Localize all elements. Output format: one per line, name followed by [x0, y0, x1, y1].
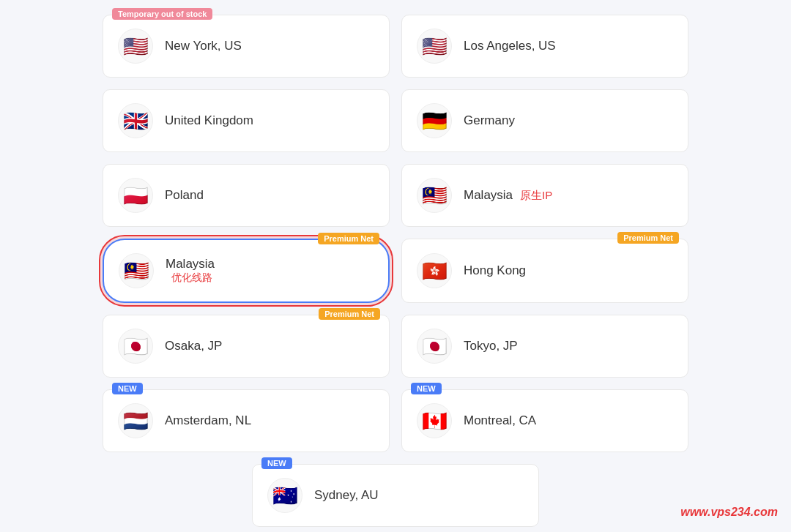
flag-germany: 🇩🇪: [417, 103, 452, 138]
badge-premium: Premium Net: [319, 308, 380, 320]
location-name-malaysia-premium: Malaysia: [166, 257, 215, 271]
flag-los-angeles: 🇺🇸: [417, 29, 452, 64]
location-card-malaysia-native[interactable]: 🇲🇾Malaysia原生IP: [401, 164, 688, 227]
single-center-row: NEW🇦🇺Sydney, AU: [103, 464, 688, 527]
location-name-new-york: New York, US: [165, 39, 242, 53]
badge-new: NEW: [112, 383, 143, 394]
badge-new: NEW: [411, 383, 442, 394]
badge-out-of-stock: Temporary out of stock: [112, 8, 212, 20]
badge-premium: Premium Net: [318, 233, 379, 244]
location-card-malaysia-premium[interactable]: 🇲🇾Malaysia优化线路Premium Net: [103, 239, 390, 303]
flag-united-kingdom: 🇬🇧: [118, 103, 153, 138]
location-card-los-angeles[interactable]: 🇺🇸Los Angeles, US: [401, 15, 688, 78]
location-name-amsterdam: Amsterdam, NL: [165, 413, 251, 428]
watermark: www.vps234.com: [680, 506, 778, 519]
location-card-tokyo[interactable]: 🇯🇵Tokyo, JP: [401, 315, 688, 378]
location-name-germany: Germany: [464, 113, 515, 128]
location-card-poland[interactable]: 🇵🇱Poland: [103, 164, 390, 227]
flag-poland: 🇵🇱: [118, 178, 153, 213]
location-card-amsterdam[interactable]: NEW🇳🇱Amsterdam, NL: [103, 389, 390, 452]
location-name-los-angeles: Los Angeles, US: [464, 39, 556, 53]
location-grid: Temporary out of stock🇺🇸New York, US🇺🇸Lo…: [103, 15, 688, 527]
badge-new-sydney: NEW: [261, 457, 292, 469]
page-container: Temporary out of stock🇺🇸New York, US🇺🇸Lo…: [103, 15, 688, 527]
flag-tokyo: 🇯🇵: [417, 329, 452, 364]
badge-premium: Premium Net: [617, 232, 679, 244]
native-ip-label: 原生IP: [520, 189, 552, 203]
location-name-osaka: Osaka, JP: [165, 339, 222, 353]
flag-amsterdam: 🇳🇱: [118, 403, 153, 438]
location-name-united-kingdom: United Kingdom: [165, 113, 253, 128]
flag-hong-kong: 🇭🇰: [417, 253, 452, 288]
opt-line-label: 优化线路: [171, 271, 374, 285]
location-card-germany[interactable]: 🇩🇪Germany: [401, 89, 688, 152]
location-card-osaka[interactable]: 🇯🇵Osaka, JPPremium Net: [103, 315, 390, 378]
location-card-sydney[interactable]: NEW🇦🇺Sydney, AU: [252, 464, 539, 527]
flag-sydney: 🇦🇺: [267, 478, 302, 513]
location-name-hong-kong: Hong Kong: [464, 263, 526, 278]
location-card-united-kingdom[interactable]: 🇬🇧United Kingdom: [103, 89, 390, 152]
location-card-montreal[interactable]: NEW🇨🇦Montreal, CA: [401, 389, 688, 452]
location-name-poland: Poland: [165, 188, 204, 203]
flag-malaysia-premium: 🇲🇾: [119, 253, 154, 288]
flag-malaysia-native: 🇲🇾: [417, 178, 452, 213]
location-name-malaysia-native: Malaysia: [464, 188, 513, 203]
location-card-hong-kong[interactable]: 🇭🇰Hong KongPremium Net: [401, 239, 688, 303]
flag-montreal: 🇨🇦: [417, 403, 452, 438]
location-card-new-york[interactable]: Temporary out of stock🇺🇸New York, US: [103, 15, 390, 78]
location-name-sydney: Sydney, AU: [314, 488, 379, 503]
flag-new-york: 🇺🇸: [118, 29, 153, 64]
location-name-montreal: Montreal, CA: [464, 413, 536, 428]
location-name-tokyo: Tokyo, JP: [464, 339, 518, 353]
flag-osaka: 🇯🇵: [118, 329, 153, 364]
